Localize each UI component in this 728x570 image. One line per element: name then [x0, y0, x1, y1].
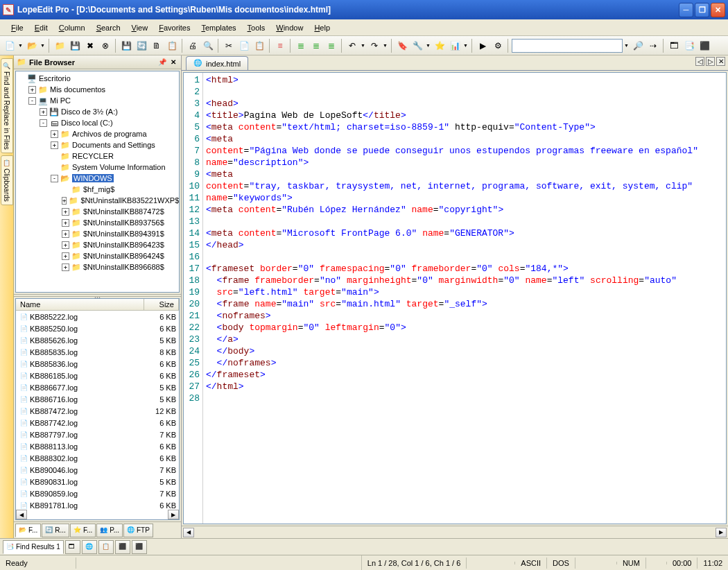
tree-item[interactable]: +📁Archivos de programa [17, 128, 177, 139]
output-tab[interactable]: 🗔 [65, 540, 80, 554]
menu-templates[interactable]: Templates [196, 22, 241, 33]
tree-item[interactable]: +📁$NtUninstallKB896688$ [17, 261, 177, 273]
redo-dropdown[interactable]: ▼ [383, 43, 388, 48]
preview-button[interactable]: 🔍 [201, 39, 215, 53]
file-row[interactable]: 📄KB890831.log5 KB [16, 476, 179, 487]
file-list-body[interactable]: 📄KB885222.log6 KB📄KB885250.log6 KB📄KB885… [16, 311, 179, 510]
close-all-button[interactable]: ⊗ [98, 39, 112, 53]
block-button[interactable]: ≣ [324, 39, 338, 53]
search-dropdown[interactable]: ▼ [624, 43, 630, 48]
tab-prev-button[interactable]: ◁ [695, 57, 704, 66]
file-row[interactable]: 📄KB885836.log6 KB [16, 358, 179, 370]
col-size[interactable]: Size [144, 299, 179, 310]
expander[interactable]: - [28, 97, 36, 105]
goto-button[interactable]: ⇢ [646, 39, 660, 53]
paste-button[interactable]: 📋 [252, 39, 266, 53]
scroll-left-button[interactable]: ◀ [16, 510, 27, 519]
expander[interactable]: + [62, 208, 69, 216]
menu-file[interactable]: File [6, 22, 29, 33]
code-content[interactable]: <html><head><title>Pagina Web de LopeSof… [203, 73, 726, 524]
tab-close-button[interactable]: ✕ [716, 57, 725, 66]
undo-button[interactable]: ↶ [345, 39, 359, 53]
save-button[interactable]: 💾 [68, 39, 82, 53]
print-button[interactable]: 🖨 [186, 39, 200, 53]
options-button[interactable]: ⚙ [491, 39, 505, 53]
tree-item[interactable]: +📁$NtUninstallKB887472$ [17, 206, 177, 217]
clipboards-tab[interactable]: 📋Clipboards [1, 155, 13, 205]
panel-tab[interactable]: ⭐F... [70, 524, 96, 537]
tree-item[interactable]: +📁$NtUninstallKB896423$ [17, 239, 177, 250]
close-button[interactable]: ✕ [711, 3, 725, 17]
splitter[interactable]: ▴▴▴ [14, 294, 181, 297]
file-row[interactable]: 📄KB885626.log5 KB [16, 334, 179, 346]
folder-tree[interactable]: 🖥️Escritorio+📁Mis documentos-💻Mi PC+💾Dis… [15, 71, 180, 293]
file-row[interactable]: 📄KB887472.log12 KB [16, 405, 179, 417]
find-results-tab[interactable]: 📑Find Results 1 [3, 540, 64, 554]
menu-tools[interactable]: Tools [242, 22, 271, 33]
tree-item[interactable]: 📁RECYCLER [17, 150, 177, 162]
window-button[interactable]: 🗔 [667, 39, 681, 53]
tool-button[interactable]: 🔧 [410, 39, 424, 53]
col-name[interactable]: Name [16, 299, 144, 310]
file-row[interactable]: 📄KB886185.log6 KB [16, 370, 179, 381]
panel-tab[interactable]: 🌐FTP [123, 524, 153, 537]
search-input[interactable] [512, 39, 623, 53]
panel-tab[interactable]: 🔄R... [42, 524, 69, 537]
scroll-left-button[interactable]: ◀ [183, 528, 194, 537]
panel-close-button[interactable]: ✕ [168, 58, 178, 67]
expander[interactable]: + [62, 252, 69, 260]
favorites-button[interactable]: ⭐ [433, 39, 447, 53]
menu-view[interactable]: View [126, 22, 154, 33]
expander[interactable]: + [40, 108, 47, 116]
tree-item[interactable]: +📁$NtUninstallKB893756$ [17, 217, 177, 228]
tree-item[interactable]: +📁$NtUninstallKB894391$ [17, 228, 177, 239]
expander[interactable]: + [51, 130, 58, 138]
file-row[interactable]: 📄KB885250.log6 KB [16, 322, 179, 334]
tree-item[interactable]: +📁$NtUninstallKB835221WXP$ [17, 195, 177, 206]
expander[interactable]: + [62, 264, 69, 271]
output-tab-3[interactable]: 📋 [98, 540, 114, 554]
tab-next-button[interactable]: ▷ [706, 57, 715, 66]
file-row[interactable]: 📄KB886677.log5 KB [16, 381, 179, 393]
minimize-button[interactable]: ─ [679, 3, 693, 17]
tree-item[interactable]: 🖥️Escritorio [17, 73, 177, 84]
menu-favorites[interactable]: Favorites [153, 22, 196, 33]
tool-dropdown[interactable]: ▼ [426, 43, 431, 48]
new-dropdown[interactable]: ▼ [18, 43, 24, 48]
file-row[interactable]: 📄KB890046.log7 KB [16, 464, 179, 476]
code-editor[interactable]: 1234567891011121314151617181920212223242… [183, 72, 727, 524]
open-button[interactable]: 📂 [25, 39, 39, 53]
copy-button[interactable]: 📄 [237, 39, 251, 53]
expander[interactable]: + [28, 86, 36, 94]
menu-window[interactable]: Window [270, 22, 309, 33]
expander[interactable]: + [62, 219, 69, 227]
menu-search[interactable]: Search [91, 22, 126, 33]
scroll-right-button[interactable]: ▶ [168, 510, 179, 519]
expander[interactable]: + [51, 141, 58, 149]
tree-item[interactable]: +📁Documents and Settings [17, 139, 177, 150]
panel-button[interactable]: 📑 [682, 39, 696, 53]
outdent-button[interactable]: ≣ [294, 39, 308, 53]
expander[interactable]: + [62, 241, 69, 249]
open-folder-button[interactable]: 📁 [53, 39, 67, 53]
save-all-button[interactable]: 🗎 [150, 39, 164, 53]
console-tab-2[interactable]: ⬛ [132, 540, 147, 554]
file-row[interactable]: 📄KB887742.log6 KB [16, 417, 179, 429]
tree-item[interactable]: +💾Disco de 3½ (A:) [17, 106, 177, 117]
align-button[interactable]: ≣ [309, 39, 323, 53]
compare-button[interactable]: 📊 [448, 39, 462, 53]
expander[interactable]: - [40, 119, 47, 127]
expander[interactable]: - [51, 175, 58, 182]
compare-dropdown[interactable]: ▼ [463, 43, 469, 48]
expander[interactable]: + [62, 197, 67, 205]
indent-button[interactable]: ≡ [273, 39, 287, 53]
file-row[interactable]: 📄KB890859.log7 KB [16, 487, 179, 499]
expander[interactable]: + [62, 230, 69, 238]
bookmark-button[interactable]: 🔖 [395, 39, 409, 53]
file-row[interactable]: 📄KB885222.log6 KB [16, 311, 179, 322]
macro-button[interactable]: ▶ [476, 39, 489, 53]
file-row[interactable]: 📄KB888302.log6 KB [16, 452, 179, 464]
open-dropdown[interactable]: ▼ [40, 43, 46, 48]
tree-item[interactable]: +📁Mis documentos [17, 84, 177, 95]
menu-edit[interactable]: Edit [29, 22, 53, 33]
